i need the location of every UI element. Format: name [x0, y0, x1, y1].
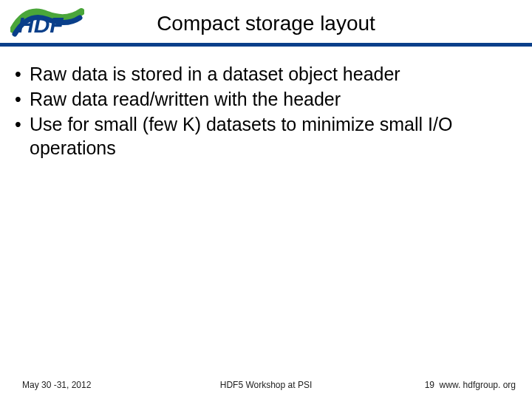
footer-url: www. hdfgroup. org — [440, 380, 516, 390]
title-underline — [0, 43, 532, 47]
bullet-icon: • — [15, 87, 30, 111]
list-item: • Raw data read/written with the header — [15, 87, 514, 111]
slide-title: Compact storage layout — [0, 12, 532, 35]
bullet-icon: • — [15, 62, 30, 86]
slide: HDF Compact storage layout • Raw data is… — [0, 0, 532, 399]
bullet-icon: • — [15, 112, 30, 160]
slide-body: • Raw data is stored in a dataset object… — [15, 62, 514, 161]
list-item: • Raw data is stored in a dataset object… — [15, 62, 514, 86]
bullet-text: Raw data is stored in a dataset object h… — [30, 62, 514, 86]
bullet-list: • Raw data is stored in a dataset object… — [15, 62, 514, 160]
bullet-text: Raw data read/written with the header — [30, 87, 514, 111]
slide-header: HDF Compact storage layout — [0, 0, 532, 44]
footer-page-number: 19 — [425, 380, 434, 390]
slide-footer: May 30 -31, 2012 HDF5 Workshop at PSI 19… — [0, 374, 532, 390]
list-item: • Use for small (few K) datasets to mini… — [15, 112, 514, 160]
bullet-text: Use for small (few K) datasets to minimi… — [30, 112, 514, 160]
